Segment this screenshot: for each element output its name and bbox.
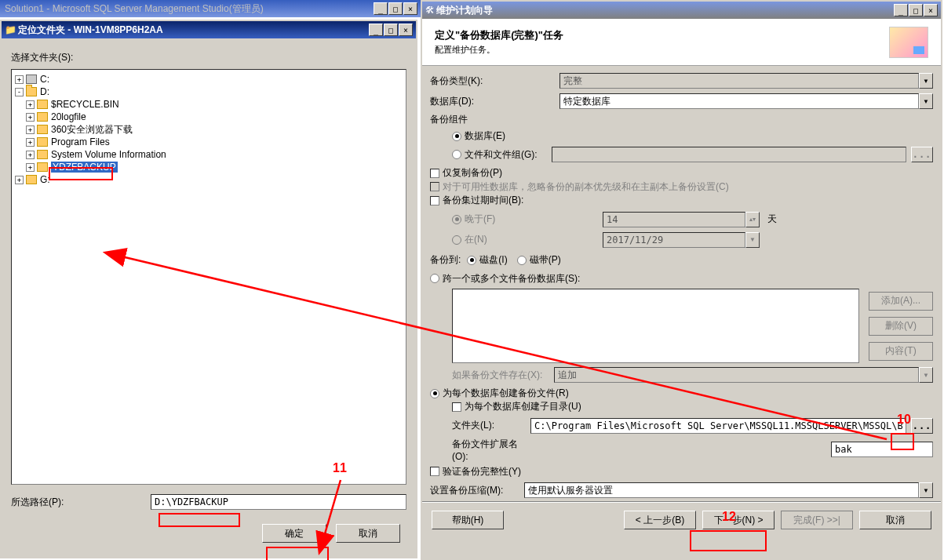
ssms-close[interactable]: × — [403, 2, 417, 15]
folder-label: 文件夹(L): — [452, 419, 530, 432]
tree-node[interactable]: +$RECYCLE.BIN — [15, 98, 403, 111]
add-file-button: 添加(A)... — [869, 292, 933, 311]
ok-button[interactable]: 确定 — [262, 524, 326, 543]
wizard-titlebar: 🛠 维护计划向导 _ □ × — [422, 2, 941, 19]
backup-component-label: 备份组件 — [430, 113, 933, 126]
extension-label: 备份文件扩展名(O): — [452, 438, 530, 462]
ssms-minimize[interactable]: _ — [374, 2, 388, 15]
backup-to-tape-radio[interactable]: 磁带(P) — [517, 253, 561, 267]
expire-days-input — [603, 212, 745, 227]
wizard-header-icon — [889, 27, 928, 58]
days-unit: 天 — [767, 213, 777, 226]
backup-type-combo — [559, 73, 919, 89]
backup-type-label: 备份类型(K): — [430, 75, 559, 88]
tree-node[interactable]: +360安全浏览器下载 — [15, 123, 403, 136]
maximize-button[interactable]: □ — [384, 24, 398, 36]
filegroup-input — [552, 147, 906, 162]
copy-only-checkbox[interactable]: 仅复制备份(P) — [430, 166, 502, 180]
component-database-radio[interactable]: 数据库(E) — [452, 129, 505, 143]
wizard-icon: 🛠 — [425, 5, 435, 16]
next-button[interactable]: 下一步(N) > — [702, 511, 775, 529]
extension-input[interactable] — [831, 442, 933, 457]
backup-to-disk-radio[interactable]: 磁盘(I) — [467, 253, 507, 267]
tree-node-selected[interactable]: +YDZFBACKUP — [15, 161, 403, 173]
folder-dialog-title: 定位文件夹 - WIN-1VM8PP6H2AA — [16, 24, 369, 37]
close-button[interactable]: × — [399, 24, 413, 36]
ssms-title: Solution1 - Microsoft SQL Server Managem… — [5, 2, 264, 16]
backup-folder-input[interactable] — [530, 418, 906, 434]
expire-on-radio: 在(N) — [452, 233, 593, 246]
expire-date-input — [603, 232, 745, 248]
per-database-file-radio[interactable]: 为每个数据库创建备份文件(R) — [430, 387, 569, 400]
if-exists-label: 如果备份文件存在(X): — [452, 369, 554, 382]
tree-node-g[interactable]: +G: — [15, 173, 403, 186]
help-button[interactable]: 帮助(H) — [432, 511, 504, 529]
spinner-icon: ▴▾ — [745, 212, 760, 227]
component-filegroup-radio[interactable]: 文件和文件组(G): — [452, 148, 538, 162]
finish-button: 完成(F) >>| — [781, 511, 853, 529]
tree-node[interactable]: +System Volume Information — [15, 148, 403, 161]
wizard-cancel-button[interactable]: 取消 — [859, 511, 931, 529]
locate-folder-dialog: 📁 定位文件夹 - WIN-1VM8PP6H2AA _ □ × 选择文件夹(S)… — [0, 20, 417, 558]
dropdown-arrow-icon: ▼ — [919, 73, 933, 89]
wizard-title: 维护计划向导 — [435, 4, 894, 17]
tree-node[interactable]: +Program Files — [15, 136, 403, 148]
ssms-maximize[interactable]: □ — [388, 2, 403, 15]
maximize-button[interactable]: □ — [909, 4, 923, 16]
create-subdir-checkbox[interactable]: 为每个数据库创建子目录(U) — [452, 400, 581, 413]
tree-node-d[interactable]: -D: — [15, 85, 403, 98]
dropdown-arrow-icon: ▼ — [745, 232, 760, 248]
cancel-button[interactable]: 取消 — [336, 524, 400, 543]
backup-to-label: 备份到: — [430, 253, 461, 267]
backup-files-list[interactable] — [452, 289, 859, 363]
verify-integrity-checkbox[interactable]: 验证备份完整性(Y) — [430, 465, 521, 478]
tree-node-c[interactable]: +C: — [15, 73, 403, 85]
browse-folder-button[interactable]: ... — [911, 418, 933, 434]
database-label: 数据库(D): — [430, 95, 559, 108]
select-folder-label: 选择文件夹(S): — [11, 51, 406, 64]
ssms-titlebar: Solution1 - Microsoft SQL Server Managem… — [0, 0, 421, 17]
folder-dialog-titlebar: 📁 定位文件夹 - WIN-1VM8PP6H2AA _ □ × — [2, 21, 416, 38]
close-button[interactable]: × — [924, 4, 938, 16]
minimize-button[interactable]: _ — [894, 4, 908, 16]
dropdown-arrow-icon[interactable]: ▼ — [919, 93, 933, 109]
wizard-header-title: 定义"备份数据库(完整)"任务 — [435, 28, 563, 42]
selected-path-label: 所选路径(P): — [11, 496, 144, 509]
app-icon: 📁 — [5, 24, 16, 35]
expire-after-radio: 晚于(F) — [452, 213, 593, 226]
availability-checkbox: 对于可用性数据库，忽略备份的副本优先级和在主副本上备份设置(C) — [430, 180, 729, 194]
selected-path-input[interactable] — [151, 494, 406, 510]
wizard-header: 定义"备份数据库(完整)"任务 配置维护任务。 — [422, 19, 941, 66]
tree-node[interactable]: +20logfile — [15, 111, 403, 123]
if-exists-combo — [554, 367, 919, 383]
database-combo[interactable] — [559, 93, 919, 109]
back-button[interactable]: < 上一步(B) — [624, 511, 696, 529]
compression-label: 设置备份压缩(M): — [430, 484, 524, 497]
maintenance-plan-wizard: 🛠 维护计划向导 _ □ × 定义"备份数据库(完整)"任务 配置维护任务。 备… — [421, 0, 942, 560]
remove-file-button: 删除(V) — [869, 317, 933, 336]
compression-combo[interactable] — [524, 482, 919, 498]
dropdown-arrow-icon: ▼ — [919, 367, 933, 383]
expire-checkbox[interactable]: 备份集过期时间(B): — [430, 194, 523, 207]
wizard-header-subtitle: 配置维护任务。 — [435, 44, 563, 56]
dropdown-arrow-icon[interactable]: ▼ — [919, 482, 933, 498]
across-files-radio[interactable]: 跨一个或多个文件备份数据库(S): — [430, 272, 580, 285]
folder-tree[interactable]: +C: -D: +$RECYCLE.BIN +20logfile +360安全浏… — [11, 69, 406, 485]
wizard-footer: 帮助(H) < 上一步(B) 下一步(N) > 完成(F) >>| 取消 — [422, 502, 941, 537]
minimize-button[interactable]: _ — [369, 24, 383, 36]
filegroup-browse-button: ... — [911, 147, 933, 162]
contents-button: 内容(T) — [869, 342, 933, 361]
